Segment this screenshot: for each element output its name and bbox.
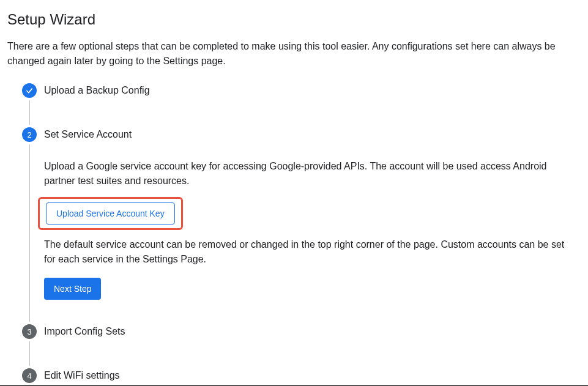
step-icon-completed [22,83,37,98]
page-title: Setup Wizard [7,11,581,28]
step-icon-active: 2 [22,127,37,142]
step-label: Set Service Account [44,127,132,142]
upload-button-highlight: Upload Service Account Key [38,197,183,230]
step-edit-wifi-settings: 4 Edit WiFi settings [22,368,581,386]
step-set-service-account: 2 Set Service Account Upload a Google se… [22,127,581,324]
next-step-button[interactable]: Next Step [44,278,101,300]
step-connector [29,144,30,322]
step-label: Edit WiFi settings [44,368,120,383]
step-upload-backup-config: Upload a Backup Config [22,83,581,127]
step-label: Upload a Backup Config [44,83,150,98]
step-import-config-sets: 3 Import Config Sets [22,324,581,368]
step-icon-pending: 3 [22,324,37,339]
step-intro-text: Upload a Google service account key for … [44,159,568,188]
page-description: There are a few optional steps that can … [7,39,581,69]
upload-service-account-key-button[interactable]: Upload Service Account Key [46,202,175,225]
check-icon [25,86,34,95]
step-after-text: The default service account can be remov… [44,237,568,267]
step-icon-pending: 4 [22,368,37,383]
setup-wizard-stepper: Upload a Backup Config 2 Set Service Acc… [7,83,581,386]
step-connector [29,341,30,366]
step-label: Import Config Sets [44,324,125,339]
step-connector [29,100,30,125]
